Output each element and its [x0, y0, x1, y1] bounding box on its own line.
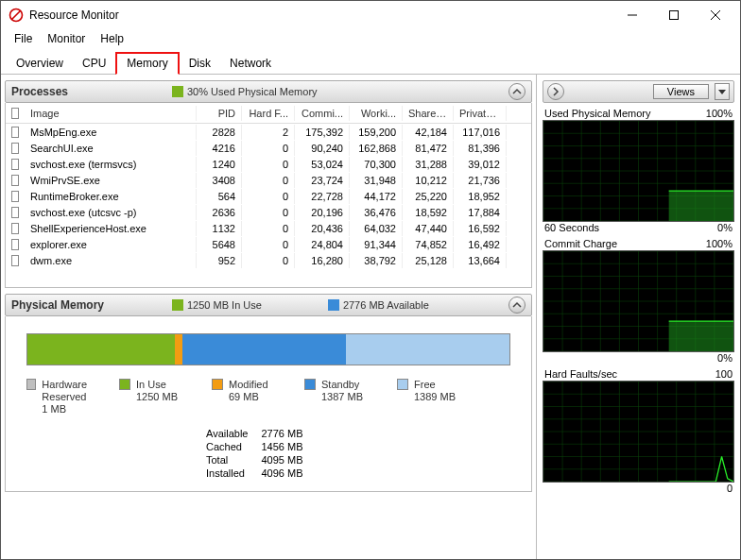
graph1-bl: 60 Seconds [544, 222, 599, 233]
physmem-content: Hardware Reserved1 MB In Use1250 MB Modi… [5, 316, 532, 492]
physmem-avail-legend: 2776 MB Available [328, 299, 429, 311]
hard-faults-graph [543, 381, 734, 483]
col-private[interactable]: Private ... [454, 106, 507, 121]
table-row[interactable]: MsMpEng.exe28282175,392159,20042,184117,… [6, 124, 531, 140]
table-row[interactable]: RuntimeBroker.exe564022,72844,17225,2201… [6, 188, 531, 204]
graph1-max: 100% [706, 108, 732, 119]
graph3-br: 0 [727, 483, 732, 494]
table-row[interactable]: svchost.exe (termsvcs)1240053,02470,3003… [6, 156, 531, 172]
membar-free [346, 334, 509, 365]
tab-overview[interactable]: Overview [7, 54, 73, 74]
row-checkbox[interactable] [11, 223, 19, 234]
table-row[interactable]: SearchUI.exe4216090,240162,86881,47281,3… [6, 140, 531, 156]
col-working[interactable]: Worki... [350, 106, 403, 121]
row-checkbox[interactable] [11, 127, 19, 138]
row-checkbox[interactable] [11, 239, 19, 250]
menu-bar: File Monitor Help [1, 29, 740, 48]
right-toolbar: Views [543, 80, 734, 103]
row-checkbox[interactable] [11, 143, 19, 154]
collapse-icon[interactable] [508, 83, 526, 100]
col-shareable[interactable]: Sharea... [403, 106, 454, 121]
window-titlebar: Resource Monitor [1, 1, 740, 29]
processes-table: Image PID Hard F... Commi... Worki... Sh… [5, 103, 532, 288]
svg-rect-3 [670, 11, 679, 20]
tab-bar: Overview CPU Memory Disk Network [1, 48, 740, 75]
swatch-free [397, 379, 408, 390]
physmem-inuse-legend: 1250 MB In Use [172, 299, 262, 311]
row-checkbox[interactable] [11, 207, 19, 218]
graph3-title: Hard Faults/sec [544, 368, 617, 380]
graph2-br: 0% [717, 352, 732, 364]
table-row[interactable]: explorer.exe5648024,80491,34474,85216,49… [6, 236, 531, 252]
row-checkbox[interactable] [11, 255, 19, 266]
expand-right-icon[interactable] [547, 83, 564, 100]
col-hardfaults[interactable]: Hard F... [242, 106, 295, 121]
graph1-title: Used Physical Memory [544, 108, 650, 119]
graph1-br: 0% [717, 222, 732, 233]
views-dropdown-icon[interactable] [715, 83, 730, 100]
membar-modified [175, 334, 183, 365]
menu-help[interactable]: Help [93, 30, 131, 47]
used-memory-graph [543, 120, 734, 222]
menu-file[interactable]: File [7, 30, 40, 47]
table-row[interactable]: ShellExperienceHost.exe1132020,43664,032… [6, 220, 531, 236]
legend-swatch-blue [328, 299, 339, 311]
table-row[interactable]: dwm.exe952016,28038,79225,12813,664 [6, 252, 531, 268]
table-header-row: Image PID Hard F... Commi... Worki... Sh… [6, 103, 531, 124]
tab-memory[interactable]: Memory [115, 52, 179, 75]
physmem-title: Physical Memory [11, 298, 153, 312]
views-button[interactable]: Views [653, 84, 709, 99]
minimize-button[interactable] [612, 2, 653, 28]
col-pid[interactable]: PID [197, 106, 242, 121]
svg-line-1 [12, 11, 21, 20]
processes-legend-text: 30% Used Physical Memory [187, 86, 318, 97]
membar-inuse [27, 334, 175, 365]
memory-summary: Available Cached Total Installed 2776 MB… [206, 427, 510, 480]
col-image[interactable]: Image [25, 106, 197, 121]
commit-charge-graph [543, 250, 734, 352]
processes-header[interactable]: Processes 30% Used Physical Memory [5, 80, 532, 103]
physmem-header[interactable]: Physical Memory 1250 MB In Use 2776 MB A… [5, 294, 532, 316]
swatch-mod [212, 379, 223, 390]
svg-marker-6 [718, 90, 726, 94]
window-title: Resource Monitor [29, 8, 612, 22]
menu-monitor[interactable]: Monitor [40, 30, 93, 47]
graph2-title: Commit Charge [544, 238, 617, 249]
swatch-inuse [119, 379, 130, 390]
app-icon [9, 8, 24, 23]
membar-standby [182, 334, 346, 365]
memory-usage-bar [26, 333, 510, 365]
processes-legend: 30% Used Physical Memory [172, 86, 318, 97]
collapse-icon[interactable] [508, 297, 526, 314]
tab-network[interactable]: Network [220, 54, 281, 74]
memory-legend-row: Hardware Reserved1 MB In Use1250 MB Modi… [26, 379, 510, 416]
graph2-max: 100% [706, 238, 732, 249]
select-all-checkbox[interactable] [11, 108, 19, 119]
row-checkbox[interactable] [11, 159, 19, 170]
graph3-max: 100 [715, 368, 732, 380]
legend-swatch-green [172, 299, 183, 311]
table-row[interactable]: WmiPrvSE.exe3408023,72431,94810,21221,73… [6, 172, 531, 188]
maximize-button[interactable] [653, 2, 695, 28]
tab-disk[interactable]: Disk [180, 54, 220, 74]
swatch-standby [304, 379, 316, 390]
processes-title: Processes [11, 85, 153, 98]
col-commit[interactable]: Commi... [295, 106, 350, 121]
swatch-hw [26, 379, 36, 390]
row-checkbox[interactable] [11, 175, 19, 186]
close-button[interactable] [695, 2, 736, 28]
table-row[interactable]: svchost.exe (utcsvc -p)2636020,19636,476… [6, 204, 531, 220]
legend-swatch-green [172, 86, 183, 97]
tab-cpu[interactable]: CPU [73, 54, 115, 74]
row-checkbox[interactable] [11, 191, 19, 202]
